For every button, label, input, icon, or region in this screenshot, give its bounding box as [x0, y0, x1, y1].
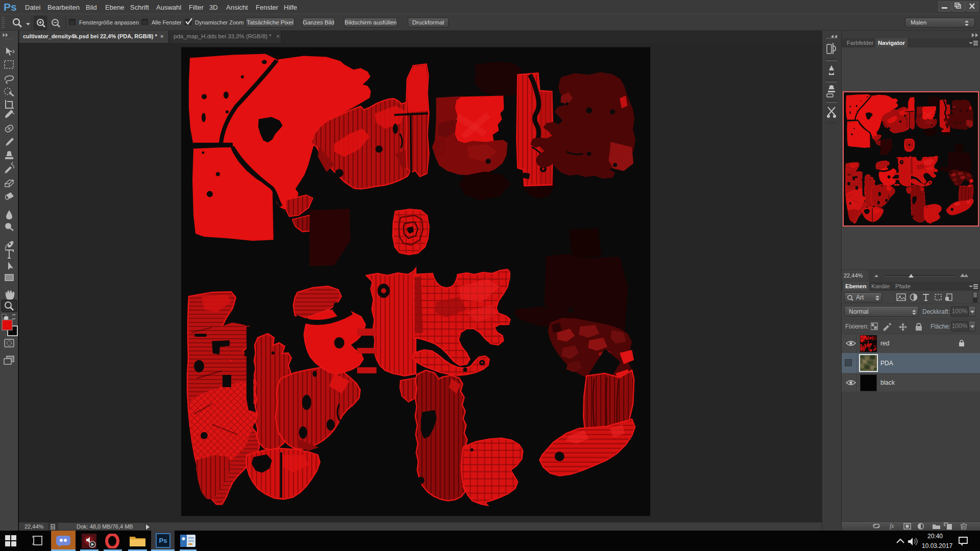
svg-text:Ps: Ps: [4, 1, 17, 13]
svg-text:fx: fx: [890, 522, 894, 530]
